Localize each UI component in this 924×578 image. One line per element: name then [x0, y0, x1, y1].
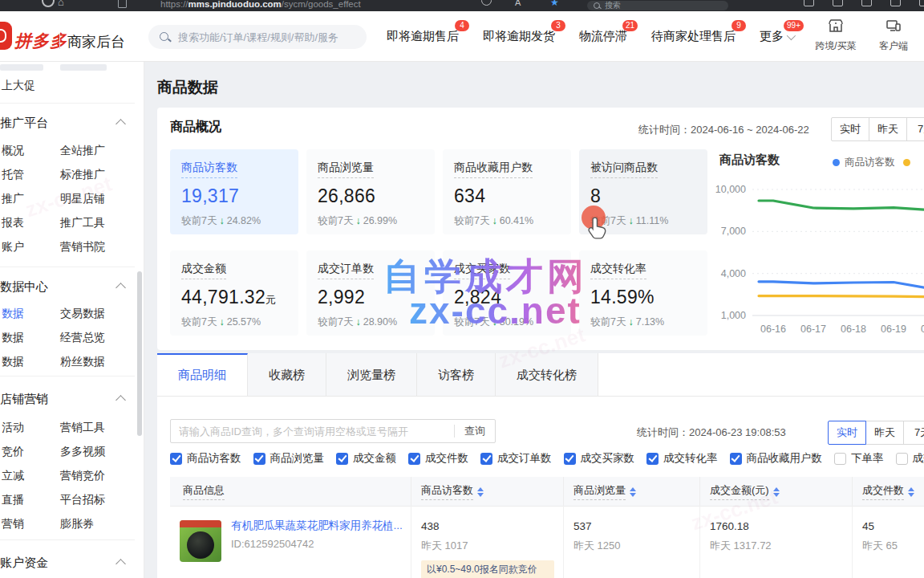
sidebar-item[interactable]: 报表 — [2, 216, 24, 230]
metric-orders[interactable]: 成交订单数 — [480, 451, 552, 466]
quick-client-app[interactable]: 客户端 — [871, 18, 916, 53]
range-7day-button[interactable]: 7天 — [906, 117, 924, 141]
browser-menu-icon[interactable] — [919, 0, 924, 6]
range-realtime-button[interactable]: 实时 — [828, 421, 866, 445]
checkbox-icon[interactable] — [730, 453, 742, 465]
browser-address-bar[interactable]: https://mms.pinduoduo.com/sycm/goods_eff… — [160, 0, 361, 9]
sort-icon[interactable] — [630, 487, 636, 497]
stat-card-orders[interactable]: 成交订单数 2,992 较前7天28.90% — [306, 250, 435, 336]
sort-icon[interactable] — [773, 487, 780, 497]
browser-favorites-icon[interactable] — [804, 0, 814, 6]
checkbox-icon[interactable] — [170, 453, 182, 465]
checkbox-icon[interactable] — [646, 453, 659, 465]
nav-more[interactable]: 更多99+ — [760, 29, 793, 44]
sidebar-item[interactable]: 推广工具 — [60, 216, 105, 230]
nav-overdue-shipping[interactable]: 即将逾期发货3 — [483, 29, 555, 44]
stat-card-conversion[interactable]: 成交转化率 14.59% 较前7天7.13% — [579, 250, 707, 336]
sidebar-item[interactable]: 多多视频 — [60, 445, 105, 459]
sidebar-item[interactable]: 经营总览 — [60, 331, 105, 345]
sidebar-item[interactable]: 标准推广 — [60, 168, 105, 182]
sidebar-item[interactable]: 营销工具 — [60, 421, 105, 435]
metric-deal-rate[interactable]: 成交率 — [896, 451, 924, 466]
browser-reader-icon[interactable]: A — [515, 0, 521, 7]
sidebar-item[interactable]: 全站推广 — [60, 144, 105, 158]
metric-quantity[interactable]: 成交件数 — [408, 451, 468, 466]
legend-dot-blue[interactable] — [833, 159, 840, 166]
browser-reload-icon[interactable] — [42, 0, 55, 7]
sidebar-item[interactable]: 竞价 — [2, 445, 24, 459]
quick-crossborder[interactable]: 跨境/买菜 — [813, 18, 858, 53]
metric-gmv[interactable]: 成交金额 — [336, 451, 396, 466]
range-yesterday-button[interactable]: 昨天 — [869, 117, 907, 141]
sidebar-item[interactable]: 营销书院 — [60, 240, 105, 254]
nav-pending-aftersales[interactable]: 待商家处理售后9 — [651, 29, 736, 44]
tab-conversion-rank[interactable]: 成交转化榜 — [496, 353, 598, 396]
tab-favorites-rank[interactable]: 收藏榜 — [248, 353, 326, 396]
sidebar-item[interactable]: 立减 — [2, 469, 24, 483]
checkbox-icon[interactable] — [564, 453, 576, 465]
range-yesterday-button[interactable]: 昨天 — [865, 421, 904, 445]
browser-split-screen-icon[interactable] — [833, 0, 843, 6]
browser-bookmark-star-icon[interactable]: ★ — [550, 0, 559, 8]
query-button[interactable]: 查询 — [455, 424, 495, 438]
sidebar-scrollbar[interactable] — [137, 271, 142, 436]
tab-pageview-rank[interactable]: 浏览量榜 — [326, 353, 417, 396]
chevron-up-icon[interactable] — [116, 283, 126, 293]
sidebar-item[interactable]: 平台招标 — [60, 493, 105, 507]
tab-goods-detail[interactable]: 商品明细 — [157, 353, 248, 396]
sidebar-item-promo[interactable]: 上大促 — [2, 79, 35, 93]
stat-card-gmv[interactable]: 成交金额 44,791.32元 较前7天25.57% — [170, 250, 298, 336]
product-id-input[interactable] — [171, 425, 454, 438]
sidebar-item[interactable]: 直播 — [2, 493, 24, 507]
sidebar-item[interactable]: 膨胀券 — [60, 517, 94, 531]
sidebar-item[interactable]: 概况 — [2, 144, 24, 158]
metric-buyers[interactable]: 成交买家数 — [564, 451, 635, 466]
metric-order-rate[interactable]: 下单率 — [834, 451, 884, 466]
chevron-up-icon[interactable] — [116, 395, 126, 405]
metric-favorites[interactable]: 商品收藏用户数 — [730, 451, 823, 466]
bid-promo-tag[interactable]: 以¥0.5~49.0报名同款竞价 — [421, 560, 554, 578]
product-title-link[interactable]: 有机肥瓜果蔬菜花肥料家用养花植... — [231, 519, 403, 533]
nav-overdue-aftersales[interactable]: 即将逾期售后4 — [387, 29, 459, 44]
checkbox-icon[interactable] — [480, 453, 492, 465]
sidebar-item[interactable]: 托管 — [2, 168, 24, 182]
browser-downloads-icon[interactable] — [861, 0, 872, 6]
sidebar-item-goods-data-active[interactable]: 数据 — [2, 307, 24, 321]
pinduoduo-logo-icon[interactable] — [0, 22, 12, 50]
product-image[interactable] — [180, 520, 221, 562]
nav-logistics-stalled[interactable]: 物流停滞21 — [579, 29, 627, 44]
chevron-up-icon[interactable] — [116, 119, 126, 129]
sidebar-item[interactable]: 粉丝数据 — [60, 355, 105, 369]
sidebar-item[interactable]: 明星店铺 — [60, 192, 105, 206]
sort-icon[interactable] — [477, 487, 484, 497]
sidebar-item[interactable]: 数据 — [2, 331, 24, 345]
browser-search-box[interactable]: 搜索 — [587, 1, 728, 10]
sidebar-item[interactable]: 账户 — [2, 240, 24, 254]
range-7day-button[interactable]: 7天 — [903, 421, 924, 445]
browser-apps-icon[interactable] — [890, 0, 901, 6]
checkbox-icon[interactable] — [336, 453, 348, 465]
chevron-up-icon[interactable] — [116, 559, 126, 569]
stat-card-buyers[interactable]: 成交买家数 2,824 较前7天30.19% — [443, 250, 571, 336]
checkbox-icon[interactable] — [896, 453, 908, 465]
checkbox-icon[interactable] — [408, 453, 420, 465]
sidebar-item[interactable]: 交易数据 — [60, 307, 105, 321]
metric-conversion[interactable]: 成交转化率 — [646, 451, 718, 466]
checkbox-icon[interactable] — [834, 453, 846, 465]
sidebar-item[interactable]: 活动 — [2, 421, 24, 435]
sidebar-item[interactable]: 推广 — [2, 192, 24, 206]
stat-card-visitors[interactable]: 商品访客数 19,317 较前7天24.82% — [170, 149, 298, 234]
stat-card-pageviews[interactable]: 商品浏览量 26,866 较前7天26.99% — [306, 149, 435, 234]
stat-card-favorites[interactable]: 商品收藏用户数 634 较前7天60.41% — [443, 149, 571, 234]
range-realtime-button[interactable]: 实时 — [831, 117, 869, 141]
header-search-input[interactable] — [176, 31, 356, 44]
sidebar-item[interactable]: 营销竞价 — [60, 469, 105, 483]
legend-label[interactable]: 商品访客数 — [845, 156, 895, 169]
sort-icon[interactable] — [908, 487, 914, 497]
tab-visitor-rank[interactable]: 访客榜 — [417, 353, 496, 396]
sidebar-item[interactable]: 数据 — [2, 355, 24, 369]
metric-pageviews[interactable]: 商品浏览量 — [253, 451, 325, 466]
stat-card-visited-goods[interactable]: 被访问商品数 8 较前7天11.11% — [579, 149, 707, 234]
sidebar-item[interactable]: 营销 — [2, 517, 24, 531]
header-search-box[interactable] — [148, 25, 367, 49]
